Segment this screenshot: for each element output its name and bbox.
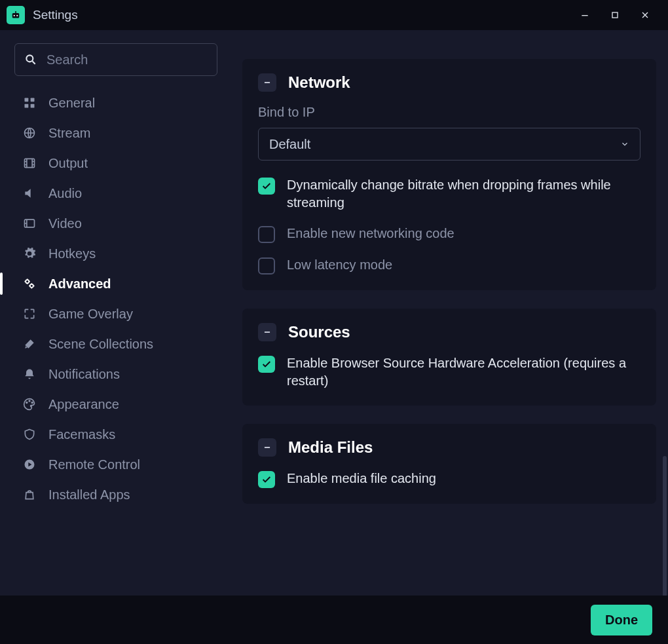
sidebar-item-output[interactable]: Output bbox=[14, 148, 217, 178]
sidebar-item-video[interactable]: Video bbox=[14, 208, 217, 238]
sidebar-item-scene-collections[interactable]: Scene Collections bbox=[14, 329, 217, 359]
minus-icon bbox=[263, 78, 272, 87]
collapse-sources-button[interactable] bbox=[258, 323, 276, 341]
gears-icon bbox=[22, 276, 37, 291]
checkbox-media-caching[interactable] bbox=[258, 471, 275, 488]
window-close-button[interactable] bbox=[630, 0, 660, 30]
window-title: Settings bbox=[33, 8, 78, 22]
window-minimize-button[interactable] bbox=[570, 0, 600, 30]
volume-icon bbox=[22, 186, 37, 200]
bind-to-ip-label: Bind to IP bbox=[258, 105, 640, 120]
sidebar: GeneralStreamOutputAudioVideoHotkeysAdva… bbox=[0, 30, 231, 596]
search-input[interactable] bbox=[46, 52, 212, 67]
label-hw-accel: Enable Browser Source Hardware Accelerat… bbox=[287, 354, 640, 390]
sidebar-item-label: Audio bbox=[48, 186, 82, 201]
checkbox-row-new-networking: Enable new networking code bbox=[258, 225, 640, 243]
checkbox-low-latency[interactable] bbox=[258, 257, 275, 275]
check-icon bbox=[261, 181, 272, 191]
checkbox-row-low-latency: Low latency mode bbox=[258, 256, 640, 275]
checkbox-row-dynamic-bitrate: Dynamically change bitrate when dropping… bbox=[258, 176, 640, 212]
video-icon bbox=[22, 216, 37, 231]
content-panel[interactable]: Network Bind to IP Default Dynamically c… bbox=[231, 30, 668, 596]
sidebar-item-stream[interactable]: Stream bbox=[14, 118, 217, 148]
sidebar-item-appearance[interactable]: Appearance bbox=[14, 389, 217, 419]
main-area: GeneralStreamOutputAudioVideoHotkeysAdva… bbox=[0, 30, 668, 596]
sidebar-item-general[interactable]: General bbox=[14, 88, 217, 118]
done-button[interactable]: Done bbox=[591, 605, 652, 635]
robot-icon bbox=[10, 9, 22, 21]
maximize-icon bbox=[610, 10, 620, 20]
label-media-caching: Enable media file caching bbox=[287, 470, 443, 487]
section-sources: Sources Enable Browser Source Hardware A… bbox=[242, 309, 656, 406]
sidebar-item-label: Installed Apps bbox=[48, 487, 130, 502]
label-low-latency: Low latency mode bbox=[287, 256, 399, 274]
palette-icon bbox=[22, 397, 37, 411]
sidebar-item-label: Advanced bbox=[48, 276, 111, 292]
sidebar-item-advanced[interactable]: Advanced bbox=[14, 269, 217, 299]
check-icon bbox=[261, 474, 272, 485]
titlebar: Settings bbox=[0, 0, 668, 30]
sidebar-item-label: Output bbox=[48, 156, 88, 171]
close-icon bbox=[640, 10, 650, 20]
section-media-files: Media Files Enable media file caching bbox=[242, 424, 656, 504]
collapse-media-button[interactable] bbox=[258, 438, 276, 457]
checkbox-hw-accel[interactable] bbox=[258, 356, 275, 373]
sidebar-item-facemasks[interactable]: Facemasks bbox=[14, 419, 217, 449]
sidebar-item-hotkeys[interactable]: Hotkeys bbox=[14, 238, 217, 269]
tools-icon bbox=[22, 337, 37, 351]
grid-icon bbox=[22, 96, 37, 110]
sidebar-item-label: General bbox=[48, 96, 95, 111]
check-icon bbox=[261, 359, 272, 369]
section-network: Network Bind to IP Default Dynamically c… bbox=[242, 59, 656, 290]
checkbox-dynamic-bitrate[interactable] bbox=[258, 178, 275, 195]
checkbox-new-networking[interactable] bbox=[258, 226, 275, 243]
search-field[interactable] bbox=[14, 43, 217, 76]
scrollbar-thumb[interactable] bbox=[663, 456, 667, 596]
sidebar-item-notifications[interactable]: Notifications bbox=[14, 359, 217, 389]
sidebar-item-label: Notifications bbox=[48, 367, 120, 382]
play-icon bbox=[22, 457, 37, 472]
sidebar-item-label: Hotkeys bbox=[48, 246, 96, 261]
sidebar-item-label: Video bbox=[48, 216, 82, 231]
minimize-icon bbox=[580, 10, 590, 20]
minus-icon bbox=[263, 443, 272, 452]
app-logo bbox=[7, 6, 25, 24]
sidebar-item-label: Appearance bbox=[48, 397, 119, 412]
sidebar-nav: GeneralStreamOutputAudioVideoHotkeysAdva… bbox=[14, 88, 217, 510]
section-title-sources: Sources bbox=[288, 323, 350, 341]
bind-to-ip-value: Default bbox=[269, 137, 310, 152]
footer: Done bbox=[0, 596, 668, 644]
sidebar-item-label: Game Overlay bbox=[48, 307, 133, 322]
gear-icon bbox=[22, 246, 37, 261]
expand-icon bbox=[22, 307, 37, 321]
checkbox-row-media-caching: Enable media file caching bbox=[258, 470, 640, 488]
shield-icon bbox=[22, 427, 37, 442]
bell-icon bbox=[22, 367, 37, 381]
label-new-networking: Enable new networking code bbox=[287, 225, 461, 242]
search-icon bbox=[24, 53, 37, 66]
sidebar-item-label: Remote Control bbox=[48, 457, 140, 472]
section-title-network: Network bbox=[288, 73, 350, 92]
chevron-down-icon bbox=[620, 140, 629, 149]
sidebar-item-label: Stream bbox=[48, 126, 90, 141]
sidebar-item-audio[interactable]: Audio bbox=[14, 178, 217, 208]
bag-icon bbox=[22, 487, 37, 502]
bind-to-ip-select[interactable]: Default bbox=[258, 128, 640, 161]
globe-icon bbox=[22, 126, 37, 140]
checkbox-row-hw-accel: Enable Browser Source Hardware Accelerat… bbox=[258, 354, 640, 390]
minus-icon bbox=[263, 328, 272, 337]
section-title-media: Media Files bbox=[288, 438, 373, 457]
label-dynamic-bitrate: Dynamically change bitrate when dropping… bbox=[287, 176, 640, 212]
sidebar-item-label: Facemasks bbox=[48, 427, 115, 442]
sidebar-item-game-overlay[interactable]: Game Overlay bbox=[14, 299, 217, 329]
window-maximize-button[interactable] bbox=[600, 0, 630, 30]
sidebar-item-label: Scene Collections bbox=[48, 337, 153, 352]
collapse-network-button[interactable] bbox=[258, 73, 276, 92]
film-icon bbox=[22, 156, 37, 170]
sidebar-item-installed-apps[interactable]: Installed Apps bbox=[14, 480, 217, 510]
sidebar-item-remote-control[interactable]: Remote Control bbox=[14, 449, 217, 480]
